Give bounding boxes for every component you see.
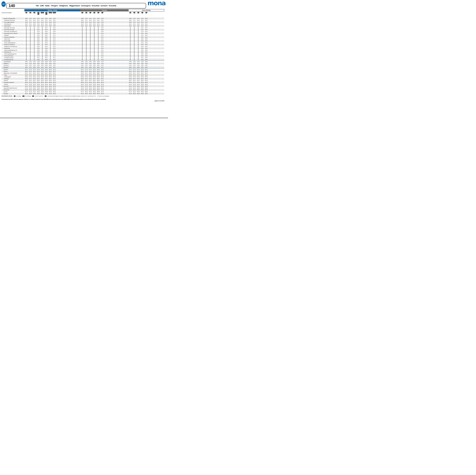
no-stop-wave-icon (98, 46, 99, 47)
time-value: 01.18 (101, 61, 103, 62)
no-stop-wave-icon (82, 31, 83, 33)
time-cell: 23.10 (140, 18, 144, 19)
no-stop-cell (48, 46, 52, 47)
exit-only-icon: ◖ (141, 78, 141, 79)
empty-cell (60, 66, 64, 68)
exit-only-icon: ◖ (145, 73, 145, 73)
empty-cell (124, 76, 128, 78)
time-value: 01.29 (53, 74, 56, 75)
time-value: 21.53 (133, 89, 136, 91)
exit-only-icon: ◖ (98, 96, 98, 96)
exit-only-icon: ◖ (101, 80, 101, 81)
time-cell: 00.30 (48, 64, 52, 66)
time-cell: 00.29 (144, 63, 148, 65)
empty-cell (152, 91, 156, 93)
time-cell: ◖21.41 (28, 78, 32, 80)
empty-cell (116, 46, 120, 47)
time-value: 23.50 (41, 88, 44, 89)
no-stop-wave-icon (98, 33, 99, 35)
time-cell: 20.43 (80, 61, 84, 63)
no-stop-wave-icon (138, 42, 139, 44)
time-value: 00.34 (49, 71, 52, 72)
time-cell: ◖00.37 (44, 72, 48, 74)
no-stop-wave-icon (138, 36, 139, 38)
badge-group: nA (141, 12, 143, 13)
empty-cell (152, 80, 156, 82)
time-cell: 01.13 (52, 44, 56, 46)
empty-cell (76, 29, 80, 31)
time-value: 21.16 (29, 25, 32, 26)
exit-only-icon: ◖ (45, 93, 45, 94)
time-value: 22.54 (33, 86, 36, 87)
time-cell: ◖23.39 (40, 74, 44, 76)
empty-cell (108, 25, 112, 27)
time-cell: ◖23.42 (140, 80, 144, 82)
time-cell: ◖01.29 (100, 74, 104, 76)
time-cell: ◖00.34 (96, 70, 100, 72)
no-stop-wave-icon (42, 55, 43, 57)
empty-cell (148, 38, 152, 40)
time-cell: ◖23.40 (92, 76, 96, 78)
no-stop-cell (28, 49, 32, 51)
empty-cell (104, 63, 108, 65)
time-cell: ◖00.37 (144, 72, 148, 74)
exit-only-icon: ◖ (37, 69, 37, 70)
stop-name-cell: Eschach (1, 91, 24, 93)
empty-cell (56, 63, 60, 65)
empty-cell (156, 47, 160, 49)
stop-name-cell: - Mariaberger Str. (1, 51, 24, 53)
time-cell: 00.23 (144, 44, 148, 46)
empty-cell (76, 21, 80, 23)
no-stop-cell (24, 59, 28, 60)
no-stop-wave-icon (138, 53, 139, 55)
time-cell: ◖23.58 (140, 91, 144, 93)
empty-cell (76, 64, 80, 66)
time-cell: ◖21.37 (132, 72, 136, 74)
badge-cell: nFrnA (44, 12, 48, 17)
time-value: 23.28 (93, 61, 96, 62)
time-cell: 23.30 (36, 64, 40, 66)
day-band-label: Sonn-/Feiertag (142, 10, 151, 11)
no-stop-wave-icon (130, 31, 131, 33)
exit-only-icon: ◖ (45, 86, 45, 87)
time-value: 21.30 (29, 65, 32, 66)
time-value: 22.49 (137, 82, 140, 83)
empty-cell (76, 80, 80, 82)
time-value: 00.21 (45, 35, 48, 36)
empty-cell (160, 87, 164, 89)
time-cell: ◖23.42 (92, 80, 96, 82)
no-stop-wave-icon (26, 34, 27, 36)
empty-cell (76, 31, 80, 33)
empty-cell (152, 44, 156, 46)
no-stop-wave-icon (134, 38, 135, 40)
time-cell: ◖00.00 (36, 93, 40, 95)
exit-only-icon: ◖ (33, 73, 33, 73)
time-cell: ◖21.05 (128, 87, 132, 89)
exit-only-icon: ◖ (25, 86, 25, 87)
empty-cell (108, 61, 112, 63)
exit-only-icon: ◖ (89, 71, 89, 72)
empty-cell (116, 80, 120, 82)
time-cell: 00.13 (48, 21, 52, 23)
empty-cell (56, 34, 60, 36)
exit-only-icon: ◖ (85, 73, 85, 73)
no-stop-wave-icon (50, 44, 51, 46)
exit-only-icon: ◖ (85, 90, 85, 90)
time-cell: 22.21 (32, 25, 36, 27)
time-cell: ◖01.24 (52, 70, 56, 72)
time-value: 01.38 (101, 84, 104, 85)
time-value: 22.55 (137, 88, 140, 89)
exit-only-icon: ◖ (37, 86, 37, 87)
empty-cell (76, 46, 80, 47)
badge-cell (72, 12, 76, 17)
exit-only-icon: ◖ (41, 71, 41, 72)
time-cell: ◖01.50 (100, 93, 104, 95)
time-value: 00.11 (145, 20, 148, 21)
empty-cell (124, 44, 128, 46)
exit-only-icon: ◖ (97, 84, 97, 85)
time-cell: ◖21.42 (28, 80, 32, 82)
time-value: 23.31 (93, 67, 96, 68)
time-value: 21.53 (29, 89, 32, 91)
empty-cell (104, 78, 108, 80)
time-value: 00.20 (145, 33, 148, 34)
